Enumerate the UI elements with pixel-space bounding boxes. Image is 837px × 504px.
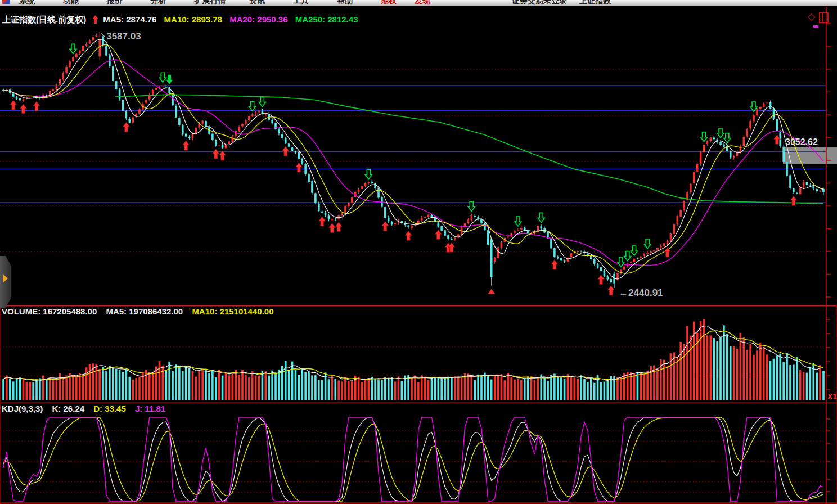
sell-signal-arrow [259,97,266,107]
trough-price-label: ←2440.91 [619,287,663,298]
buy-signal-arrow [213,149,219,159]
kdj-d-value: D: 33.45 [93,404,126,413]
buy-signal-arrow [282,146,289,156]
sell-signal-arrow [618,257,624,267]
buy-signal-arrow [382,221,389,231]
menu-item-options[interactable]: 期权 [381,0,397,5]
kdj-k-value: K: 26.24 [52,404,85,413]
menu-item-help[interactable]: 帮助 [337,0,353,5]
buy-signal-arrow [328,223,335,233]
sidebar-expand-handle[interactable] [0,256,11,308]
menu-item-tools[interactable]: 工具 [293,0,309,5]
menu-item-quotes[interactable]: 报价 [107,0,123,5]
candles-layer [2,33,825,288]
volume-ma5-value: MA5: 197086432.00 [106,307,183,316]
buy-signal-arrow [405,231,412,240]
kdj-pane-header: KDJ(9,3,3) K: 26.24 D: 33.45 J: 11.81 [2,404,172,413]
volume-layer [2,320,825,400]
sell-signal-arrow [538,213,544,222]
kdj-layer [3,417,824,501]
sell-signal-arrow [724,133,731,143]
app-window: 3587.03←2440.913052.62 系统 功能 报价 分析 扩展行情 … [0,0,837,504]
buy-signal-arrow [319,217,326,226]
buy-signal-arrow [608,286,614,295]
buy-signal-triangle [488,289,495,294]
buy-signal-arrow [435,230,442,240]
menu-item-news[interactable]: 资讯 [249,0,265,5]
selected-line-price-label: 3052.62 [785,137,818,147]
volume-value: VOLUME: 167205488.00 [2,307,97,316]
login-status: 证券交易未登录 [512,0,567,6]
up-arrow-icon [92,15,98,24]
menu-item-system[interactable]: 系统 [19,0,35,5]
sell-signal-arrow [624,251,631,260]
diamond-tool-icon[interactable]: ◇ [808,11,815,22]
sell-signal-arrow [468,201,475,211]
kdj-name: KDJ(9,3,3) [2,404,43,413]
sell-signal-arrow [700,132,707,142]
menu-item-function[interactable]: 功能 [63,0,79,5]
current-symbol[interactable]: 上证指数 [579,0,611,6]
volume-multiplier-badge: X1 [827,392,837,401]
expand-arrow-icon [3,274,8,283]
ma250-value: MA250: 2812.43 [295,15,358,24]
volume-pane-header: VOLUME: 167205488.00 MA5: 197086432.00 M… [2,307,280,316]
buy-signal-arrow [20,104,26,114]
buy-signal-arrow [183,141,190,150]
sell-signal-arrow [70,44,76,53]
menu-item-discover[interactable]: 发现 [415,0,430,5]
buy-signal-arrow [335,222,342,232]
buy-signal-arrow [219,151,226,160]
sell-signal-arrow [365,170,372,179]
buy-signal-arrow [10,100,17,110]
ma5-value: MA5: 2874.76 [103,15,156,24]
sell-signal-arrow [717,128,724,138]
signal-arrows-layer [10,44,797,295]
sell-signal-arrow [515,217,521,226]
buy-signal-arrow [790,196,797,205]
sell-signal-arrow-solid [166,75,173,84]
volume-ma10-value: MA10: 215101440.00 [192,307,273,316]
sell-signal-arrow [644,239,651,249]
menu-item-analysis[interactable]: 分析 [151,0,166,5]
ma20-value: MA20: 2950.36 [230,15,287,24]
buy-signal-arrow [123,122,129,132]
sell-signal-arrow [159,73,166,82]
menu-bar: 系统 功能 报价 分析 扩展行情 资讯 工具 帮助 期权 发现 证券交易未登录 … [0,0,837,6]
kdj-j-value: J: 11.81 [135,404,165,413]
ma10-value: MA10: 2893.78 [164,15,222,24]
symbol-title: 上证指数(日线.前复权) [2,15,86,24]
price-pane-header: 上证指数(日线.前复权) MA5: 2874.76 MA10: 2893.78 … [2,15,363,25]
buy-signal-arrow [664,248,671,257]
app-logo-icon [2,0,10,4]
chart-canvas[interactable]: 3587.03←2440.913052.62 [0,0,837,504]
chart-labels-layer: 3587.03←2440.913052.62 [101,31,818,298]
magenta-marker-icon [813,25,818,28]
window-tool-icon[interactable] [819,12,829,23]
buy-signal-arrow [33,101,40,111]
trendlines-layer [0,86,837,202]
buy-signal-arrow [551,260,558,269]
menu-item-extended-quotes[interactable]: 扩展行情 [194,0,226,5]
peak-price-label: 3587.03 [106,31,141,42]
sell-signal-arrow [631,246,638,255]
sell-signal-arrow [249,101,256,111]
